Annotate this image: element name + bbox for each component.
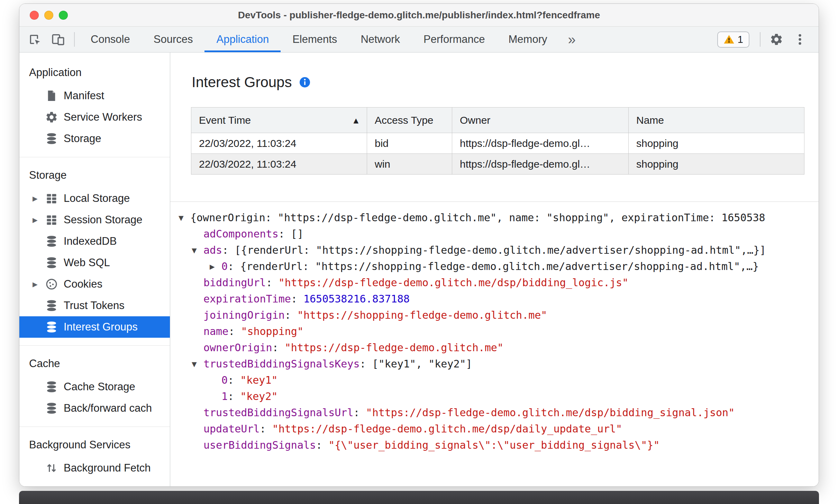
- sidebar-item-interest-groups[interactable]: Interest Groups: [19, 316, 170, 338]
- chevron-right-icon[interactable]: ▶: [33, 216, 45, 224]
- sidebar-item-trust-tokens[interactable]: Trust Tokens: [19, 295, 170, 316]
- table-header-row: Event Time▲Access TypeOwnerName: [191, 108, 804, 133]
- tree-text: "shopping": [241, 325, 303, 337]
- tree-text: {ownerOrigin: "https://dsp-fledge-demo.g…: [190, 212, 765, 224]
- zoom-window-button[interactable]: [59, 11, 68, 20]
- tree-line: 1: "key2": [170, 388, 819, 404]
- sidebar-item-label: Storage: [64, 132, 101, 145]
- fetch-icon: [45, 461, 58, 475]
- tree-text: :: [291, 293, 303, 305]
- chevron-right-icon[interactable]: ▶: [33, 280, 45, 288]
- tree-text: ads: [203, 244, 222, 256]
- table-cell: 22/03/2022, 11:03:24: [191, 133, 367, 154]
- tab-memory[interactable]: Memory: [497, 27, 559, 52]
- sidebar-section-header-storage: Storage: [19, 157, 170, 188]
- menu-dots-icon[interactable]: [792, 32, 808, 47]
- triangle-collapsed-icon[interactable]: ▶: [210, 259, 221, 275]
- table-cell: bid: [367, 133, 452, 154]
- tree-text: 1650538216.837188: [303, 293, 410, 305]
- sidebar-item-indexeddb[interactable]: IndexedDB: [19, 231, 170, 252]
- table-cell: shopping: [629, 154, 804, 175]
- settings-gear-icon[interactable]: [769, 32, 784, 47]
- database-icon: [45, 235, 58, 248]
- sidebar-item-cookies[interactable]: ▶Cookies: [19, 273, 170, 295]
- triangle-expanded-icon[interactable]: ▼: [179, 210, 190, 226]
- table-icon: [45, 213, 58, 226]
- table-row[interactable]: 22/03/2022, 11:03:24winhttps://dsp-fledg…: [191, 154, 804, 175]
- info-icon[interactable]: [299, 76, 311, 88]
- database-icon: [45, 320, 58, 334]
- device-toolbar-icon[interactable]: [51, 32, 66, 47]
- inspect-icon[interactable]: [27, 32, 42, 47]
- tree-text: :: [353, 407, 366, 419]
- document-icon: [45, 89, 58, 102]
- column-header-label: Event Time: [199, 114, 251, 126]
- sidebar-item-cache-storage[interactable]: Cache Storage: [19, 376, 170, 398]
- minimize-window-button[interactable]: [44, 11, 53, 20]
- tab-console[interactable]: Console: [79, 27, 142, 52]
- more-tabs-button[interactable]: »: [559, 27, 585, 52]
- tree-text: : []: [279, 228, 303, 240]
- tree-text: "key2": [240, 390, 277, 402]
- sidebar-item-background-fetch[interactable]: Background Fetch: [19, 457, 170, 479]
- sidebar-item-service-workers[interactable]: Service Workers: [19, 106, 170, 128]
- column-header-name[interactable]: Name: [629, 108, 804, 133]
- sidebar-item-back-forward-cach[interactable]: Back/forward cach: [19, 398, 170, 419]
- tree-text: biddingUrl: [203, 277, 266, 289]
- tree-text: 1: [221, 390, 228, 402]
- close-window-button[interactable]: [30, 11, 39, 20]
- tree-text: "https://shopping-fledge-demo.glitch.me": [297, 309, 547, 321]
- sidebar-item-label: Session Storage: [64, 214, 142, 226]
- column-header-event-time[interactable]: Event Time▲: [191, 108, 367, 133]
- tab-performance[interactable]: Performance: [412, 27, 497, 52]
- column-header-label: Owner: [460, 114, 490, 126]
- tree-text: :: [260, 423, 272, 435]
- sidebar-section-header-application: Application: [19, 55, 170, 85]
- table-cell: 22/03/2022, 11:03:24: [191, 154, 367, 175]
- sidebar-item-storage[interactable]: Storage: [19, 128, 170, 149]
- sidebar-item-label: IndexedDB: [64, 235, 117, 248]
- tree-line: trustedBiddingSignalsUrl: "https://dsp-f…: [170, 404, 819, 421]
- triangle-expanded-icon[interactable]: ▼: [192, 242, 203, 259]
- tab-network[interactable]: Network: [349, 27, 412, 52]
- tree-text: :: [228, 390, 240, 402]
- toolbar-divider: [74, 32, 75, 47]
- gear-icon: [45, 111, 58, 124]
- tab-sources[interactable]: Sources: [142, 27, 205, 52]
- sidebar-item-manifest[interactable]: Manifest: [19, 85, 170, 106]
- tree-text: :: [228, 325, 241, 337]
- tree-line: ▼ads: [{renderUrl: "https://shopping-fle…: [170, 242, 819, 258]
- tab-application[interactable]: Application: [204, 27, 281, 52]
- sidebar-item-label: Service Workers: [64, 111, 142, 123]
- column-header-access-type[interactable]: Access Type: [367, 108, 452, 133]
- sidebar-item-label: Back/forward cach: [64, 402, 152, 414]
- tree-text: "https://dsp-fledge-demo.glitch.me": [285, 342, 503, 354]
- tree-text: :: [266, 277, 279, 289]
- tab-elements[interactable]: Elements: [281, 27, 349, 52]
- sidebar-item-web-sql[interactable]: Web SQL: [19, 252, 170, 273]
- column-header-label: Name: [636, 114, 664, 126]
- tree-text: trustedBiddingSignalsKeys: [203, 358, 360, 370]
- tree-line: adComponents: []: [170, 226, 819, 242]
- triangle-expanded-icon[interactable]: ▼: [192, 356, 203, 372]
- sidebar-item-local-storage[interactable]: ▶Local Storage: [19, 188, 170, 209]
- database-icon: [45, 402, 58, 415]
- table-row[interactable]: 22/03/2022, 11:03:24bidhttps://dsp-fledg…: [191, 133, 804, 154]
- table-cell: https://dsp-fledge-demo.gl…: [452, 133, 629, 154]
- interest-groups-table: Event Time▲Access TypeOwnerName 22/03/20…: [191, 107, 804, 175]
- issues-badge[interactable]: 1: [717, 31, 749, 48]
- chevron-right-icon[interactable]: ▶: [33, 195, 45, 202]
- tree-text: joiningOrigin: [203, 309, 285, 321]
- tree-line: biddingUrl: "https://dsp-fledge-demo.gli…: [170, 274, 819, 291]
- sidebar-item-session-storage[interactable]: ▶Session Storage: [19, 209, 170, 231]
- tree-line: userBiddingSignals: "{\"user_bidding_sig…: [170, 437, 819, 453]
- warning-icon: [723, 34, 735, 45]
- database-icon: [45, 380, 58, 393]
- main-panel: Interest Groups Event Time▲Access TypeOw…: [170, 53, 819, 486]
- tree-text: trustedBiddingSignalsUrl: [203, 407, 353, 419]
- tree-line: ▼trustedBiddingSignalsKeys: ["key1", "ke…: [170, 356, 819, 372]
- tree-text: :: [228, 374, 240, 386]
- tree-text: "https://dsp-fledge-demo.glitch.me/dsp/d…: [272, 423, 622, 435]
- column-header-owner[interactable]: Owner: [452, 108, 629, 133]
- application-sidebar: ApplicationManifestService WorkersStorag…: [19, 53, 170, 486]
